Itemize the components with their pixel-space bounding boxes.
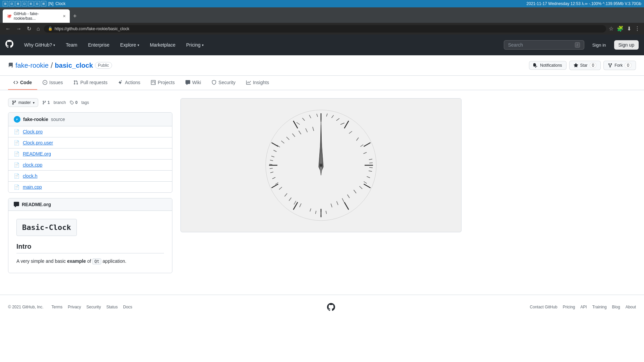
- extensions-icon[interactable]: 🧩: [617, 25, 624, 32]
- branch-chevron: ▾: [33, 101, 35, 105]
- search-placeholder: Search: [508, 42, 523, 48]
- file-icon: 📄: [14, 151, 19, 157]
- repo-header: fake-rookie / basic_clock Public Notific…: [0, 55, 644, 76]
- file-icon: 📄: [14, 173, 19, 179]
- footer-link-security[interactable]: Security: [87, 305, 101, 309]
- home-button[interactable]: ⌂: [35, 25, 41, 33]
- tab-issues[interactable]: Issues: [37, 76, 68, 90]
- file-link-1[interactable]: Clock.pro: [23, 129, 167, 134]
- os-icon-4: ⊡: [22, 1, 27, 6]
- file-row: 📄 README.org: [8, 148, 172, 160]
- branch-bar: master ▾ 1 branch 0 tags: [8, 98, 172, 107]
- footer-center: [327, 303, 335, 311]
- footer-links: Terms Privacy Security Status Docs: [52, 305, 132, 309]
- svg-line-23: [369, 168, 373, 168]
- file-link-5[interactable]: clock.h: [23, 173, 167, 179]
- footer-link-terms[interactable]: Terms: [52, 305, 63, 309]
- footer-left-section: © 2021 GitHub, Inc. Terms Privacy Securi…: [8, 305, 132, 309]
- svg-line-22: [369, 163, 373, 163]
- file-link-2[interactable]: Clock.pro.user: [23, 140, 167, 145]
- tab-actions[interactable]: Actions: [113, 76, 146, 90]
- why-github-link[interactable]: Why GitHub?▾: [21, 41, 58, 49]
- footer-link-docs[interactable]: Docs: [123, 305, 132, 309]
- tab-security[interactable]: Security: [206, 76, 241, 90]
- file-row: 📄 clock.cpp: [8, 160, 172, 171]
- branch-name: master: [18, 100, 31, 105]
- bookmark-icon[interactable]: ☆: [609, 25, 613, 32]
- github-logo[interactable]: [5, 40, 13, 50]
- tab-code[interactable]: Code: [8, 76, 37, 90]
- tab-close-button[interactable]: ✕: [63, 14, 66, 18]
- forward-button[interactable]: →: [15, 25, 23, 33]
- settings-icon[interactable]: ⋮: [635, 25, 640, 32]
- repo-actions: Notifications Star 0 Fork 0: [529, 61, 636, 70]
- footer-right-links: Contact GitHub Pricing API Training Blog…: [530, 305, 636, 309]
- tab-wiki[interactable]: Wiki: [180, 76, 206, 90]
- browser-tab[interactable]: 🐙 GitHub - fake-rookie/bas... ✕: [3, 9, 70, 23]
- fork-count: 0: [625, 63, 632, 68]
- footer-link-pricing[interactable]: Pricing: [563, 305, 575, 309]
- file-link-3[interactable]: README.org: [23, 151, 167, 157]
- svg-line-46: [269, 164, 272, 165]
- clock-svg: [261, 105, 381, 226]
- address-bar: ← → ↻ ⌂ 🔒 https://github.com/fake-rookie…: [0, 23, 644, 35]
- repo-name-link[interactable]: basic_clock: [55, 62, 93, 69]
- branches-count[interactable]: 1 branch: [42, 100, 66, 105]
- footer-link-training[interactable]: Training: [592, 305, 607, 309]
- new-tab-button[interactable]: +: [71, 13, 79, 20]
- tab-projects[interactable]: Projects: [146, 76, 180, 90]
- file-icon: 📄: [14, 129, 19, 134]
- os-icon-3: ⊠: [15, 1, 21, 6]
- file-row: 📄 clock.h: [8, 171, 172, 182]
- tab-insights[interactable]: Insights: [241, 76, 274, 90]
- tab-pull-requests[interactable]: Pull requests: [68, 76, 113, 90]
- footer-link-api[interactable]: API: [580, 305, 587, 309]
- tags-count[interactable]: 0 tags: [70, 100, 89, 105]
- commit-author[interactable]: fake-rookie: [23, 117, 48, 122]
- file-row: 📄 Clock.pro: [8, 126, 172, 137]
- file-link-6[interactable]: main.cpp: [23, 184, 167, 190]
- footer-link-status[interactable]: Status: [106, 305, 118, 309]
- file-row: 📄 Clock.pro.user: [8, 137, 172, 148]
- commit-message: source: [51, 117, 65, 122]
- marketplace-link[interactable]: Marketplace: [147, 41, 178, 49]
- url-bar[interactable]: 🔒 https://github.com/fake-rookie/basic_c…: [44, 25, 606, 33]
- footer-github-logo: [327, 303, 335, 311]
- branch-selector[interactable]: master ▾: [8, 98, 38, 107]
- repo-owner-link[interactable]: fake-rookie: [15, 62, 49, 69]
- footer-link-privacy[interactable]: Privacy: [68, 305, 81, 309]
- tab-favicon: 🐙: [7, 14, 12, 18]
- explore-link[interactable]: Explore▾: [117, 41, 142, 49]
- file-icon: 📄: [14, 162, 19, 168]
- footer: © 2021 GitHub, Inc. Terms Privacy Securi…: [0, 295, 644, 319]
- reload-button[interactable]: ↻: [25, 25, 33, 33]
- footer-copyright: © 2021 GitHub, Inc.: [8, 305, 44, 309]
- team-link[interactable]: Team: [63, 41, 80, 49]
- footer-link-contact[interactable]: Contact GitHub: [530, 305, 557, 309]
- file-link-4[interactable]: clock.cpp: [23, 162, 167, 168]
- tab-title: GitHub - fake-rookie/bas...: [14, 11, 61, 21]
- pricing-link[interactable]: Pricing▾: [183, 41, 206, 49]
- clock-panel: [180, 98, 462, 273]
- repo-tabs: Code Issues Pull requests Actions Projec…: [0, 76, 644, 90]
- fork-button[interactable]: Fork 0: [603, 61, 636, 70]
- download-icon[interactable]: ⬇: [627, 25, 631, 32]
- notifications-button[interactable]: Notifications: [529, 61, 566, 70]
- url-text: https://github.com/fake-rookie/basic_clo…: [55, 26, 129, 31]
- os-icon-7: ⊠: [41, 1, 46, 6]
- back-button[interactable]: ←: [4, 25, 12, 33]
- breadcrumb-separator: /: [51, 61, 53, 70]
- footer-link-blog[interactable]: Blog: [612, 305, 620, 309]
- file-icon: 📄: [14, 140, 19, 145]
- browser-chrome: 🐙 GitHub - fake-rookie/bas... ✕ + ← → ↻ …: [0, 7, 644, 35]
- star-button[interactable]: Star 0: [569, 61, 601, 70]
- svg-line-45: [270, 168, 273, 169]
- footer-link-about[interactable]: About: [626, 305, 636, 309]
- search-bar[interactable]: Search /: [504, 40, 584, 50]
- search-kbd: /: [575, 42, 580, 48]
- left-panel: master ▾ 1 branch 0 tags F fake-rookie s…: [8, 98, 172, 273]
- sign-up-button[interactable]: Sign up: [614, 40, 639, 50]
- enterprise-link[interactable]: Enterprise: [85, 41, 112, 49]
- browser-toolbar-actions: ☆ 🧩 ⬇ ⋮: [609, 25, 640, 32]
- sign-in-button[interactable]: Sign in: [590, 41, 609, 49]
